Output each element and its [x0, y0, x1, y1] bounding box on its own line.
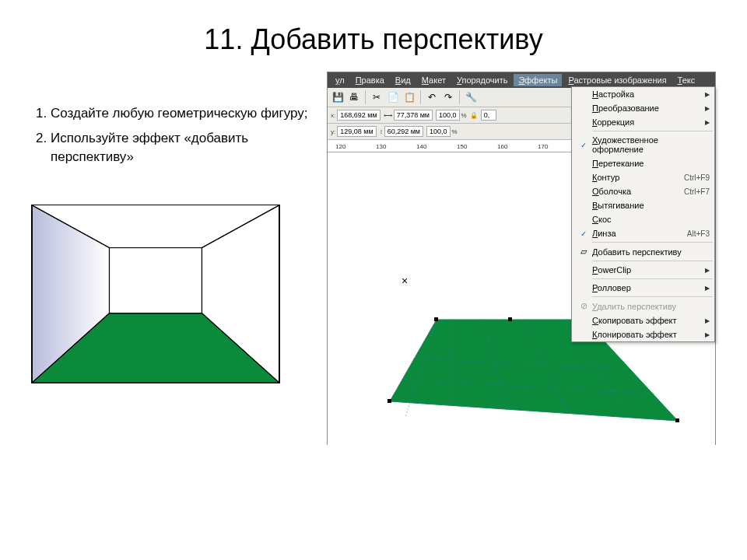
y-value[interactable]: 129,08 мм [337, 126, 376, 137]
menu-item[interactable]: Настройка▶ [572, 87, 714, 101]
ruler-tick-label: 150 [457, 143, 467, 150]
menu-правка[interactable]: Правка [351, 74, 389, 86]
svg-rect-15 [434, 317, 438, 321]
item-icon: ▱ [575, 247, 592, 257]
room-perspective-illustration [31, 205, 280, 383]
ruler-tick-label: 120 [335, 143, 345, 150]
menu-item-label: Контур [592, 173, 684, 182]
toolbar-button[interactable]: 💾 [331, 90, 345, 104]
toolbar-button[interactable]: 🖶 [347, 90, 361, 104]
toolbar-separator [365, 90, 366, 104]
scale-y-value[interactable]: 100,0 [426, 126, 451, 137]
effects-menu-dropdown: Настройка▶Преобразование▶Коррекция▶✓Худо… [571, 86, 715, 342]
svg-text:×: × [402, 275, 408, 287]
menu-shortcut: Alt+F3 [687, 229, 711, 238]
height-group: ↕ 60,292 мм [380, 126, 423, 137]
svg-rect-14 [388, 399, 391, 403]
extra-value[interactable]: 0, [481, 110, 496, 121]
width-value[interactable]: 77,378 мм [394, 110, 433, 121]
menu-item[interactable]: Коррекция▶ [572, 115, 714, 129]
height-icon: ↕ [380, 128, 383, 135]
check-icon: ✓ [575, 141, 592, 149]
menu-item[interactable]: Скос [572, 212, 714, 226]
submenu-arrow-icon: ▶ [705, 105, 711, 112]
submenu-arrow-icon: ▶ [705, 91, 711, 98]
menu-item[interactable]: Перетекание [572, 156, 714, 170]
toolbar-button[interactable]: 📋 [402, 90, 416, 104]
menu-item-label: Настройка [592, 89, 705, 99]
toolbar-button[interactable]: 📄 [386, 90, 400, 104]
svg-rect-1 [110, 248, 202, 313]
menu-item-label: PowerClip [592, 265, 705, 275]
menu-растровые изображения[interactable]: Растровые изображения [563, 74, 671, 86]
menu-separator [592, 261, 713, 261]
scale-x-group: 100,0 % [436, 110, 467, 121]
menu-item[interactable]: Скопировать эффект▶ [572, 313, 714, 327]
menu-item[interactable]: ▱Добавить перспективу [572, 244, 714, 259]
menu-item-label: Линза [592, 229, 687, 238]
menu-вид[interactable]: Вид [391, 74, 416, 86]
menu-item[interactable]: Вытягивание [572, 198, 714, 212]
menu-ул[interactable]: ул [331, 74, 349, 86]
instruction-item: Создайте любую геометрическую фигуру; [51, 104, 327, 123]
menu-текс[interactable]: Текс [673, 74, 700, 86]
menu-item[interactable]: PowerClip▶ [572, 263, 714, 277]
toolbar-button[interactable]: 🔧 [464, 90, 478, 104]
position-x: x: 168,692 мм [331, 110, 381, 121]
submenu-arrow-icon: ▶ [705, 331, 711, 338]
menu-макет[interactable]: Макет [417, 74, 451, 86]
percent-icon: % [452, 128, 458, 135]
x-value[interactable]: 168,692 мм [337, 110, 380, 121]
coreldraw-window: улПравкаВидМакетУпорядочитьЭффектыРастро… [327, 72, 716, 445]
menu-item[interactable]: Ролловер▶ [572, 281, 714, 295]
scale-x-value[interactable]: 100,0 [436, 110, 460, 121]
menu-item-label: Вытягивание [592, 201, 711, 210]
ruler-tick-label: 170 [538, 143, 548, 150]
menu-item[interactable]: ✓ЛинзаAlt+F3 [572, 226, 714, 240]
menu-item[interactable]: Преобразование▶ [572, 101, 714, 115]
submenu-arrow-icon: ▶ [705, 285, 711, 292]
toolbar-separator [459, 90, 460, 104]
instructions-list: Создайте любую геометрическую фигуру; Ис… [31, 104, 327, 166]
menu-item-label: Скопировать эффект [592, 316, 705, 325]
toolbar-button[interactable]: ↶ [425, 90, 439, 104]
menu-separator [592, 131, 713, 131]
toolbar-button[interactable]: ✂ [370, 90, 384, 104]
menu-separator [592, 242, 713, 243]
submenu-arrow-icon: ▶ [705, 267, 711, 274]
menu-item-label: Преобразование [592, 103, 705, 113]
menu-item[interactable]: ОболочкаCtrl+F7 [572, 184, 714, 198]
menu-упорядочить[interactable]: Упорядочить [452, 74, 512, 86]
width-group: ⟷ 77,378 мм [384, 110, 433, 121]
position-y: y: 129,08 мм [331, 126, 377, 137]
ruler-tick-label: 160 [497, 143, 507, 150]
ruler-tick-label: 130 [376, 143, 386, 150]
menu-separator [592, 278, 713, 279]
menu-item: ⊘Удалить перспективу [572, 299, 714, 313]
content: Создайте любую геометрическую фигуру; Ис… [31, 72, 716, 445]
scale-y-group: 100,0 % [426, 126, 458, 137]
menu-item-label: Ролловер [592, 283, 705, 292]
extra-group: 0, [481, 110, 496, 121]
menu-shortcut: Ctrl+F9 [684, 173, 711, 182]
menubar: улПравкаВидМакетУпорядочитьЭффектыРастро… [328, 72, 715, 88]
svg-rect-17 [675, 418, 679, 422]
lock-icon[interactable]: 🔒 [470, 112, 478, 119]
menu-item[interactable]: ✓Художественное оформление [572, 133, 714, 156]
menu-item[interactable]: КонтурCtrl+F9 [572, 170, 714, 184]
height-value[interactable]: 60,292 мм [384, 126, 423, 137]
menu-item-label: Перетекание [592, 159, 711, 168]
submenu-arrow-icon: ▶ [705, 317, 711, 324]
menu-эффекты[interactable]: Эффекты [514, 74, 562, 86]
slide-title: 11. Добавить перспективу [31, 23, 716, 56]
toolbar-button[interactable]: ↷ [441, 90, 455, 104]
menu-item-label: Удалить перспективу [592, 302, 711, 311]
y-label-icon: y: [331, 128, 335, 135]
menu-item[interactable]: Клонировать эффект▶ [572, 327, 714, 341]
x-label-icon: x: [331, 112, 335, 119]
percent-icon: % [461, 112, 467, 119]
left-column: Создайте любую геометрическую фигуру; Ис… [31, 72, 327, 445]
menu-item-label: Скос [592, 215, 711, 224]
menu-shortcut: Ctrl+F7 [684, 187, 711, 196]
item-icon: ⊘ [575, 301, 592, 311]
